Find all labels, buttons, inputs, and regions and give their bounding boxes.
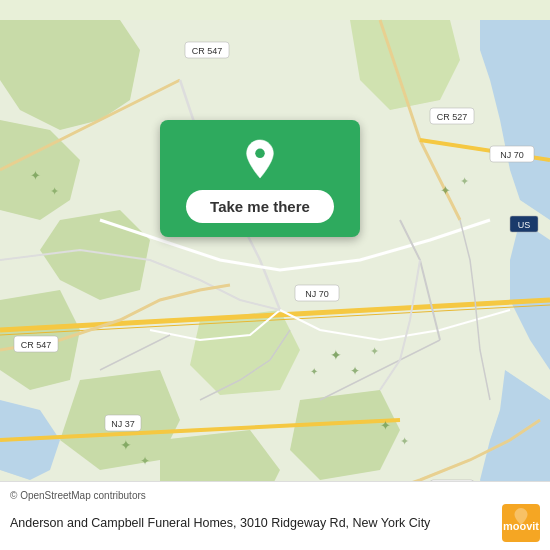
svg-text:✦: ✦ — [380, 418, 391, 433]
osm-credit: © OpenStreetMap contributors — [10, 490, 540, 501]
take-me-there-button[interactable]: Take me there — [186, 190, 334, 223]
svg-text:✦: ✦ — [140, 454, 150, 468]
svg-text:NJ 70: NJ 70 — [305, 289, 329, 299]
svg-text:NJ 70: NJ 70 — [500, 150, 524, 160]
svg-text:✦: ✦ — [30, 168, 41, 183]
bottom-bar: © OpenStreetMap contributors Anderson an… — [0, 481, 550, 550]
svg-text:✦: ✦ — [460, 175, 469, 187]
svg-text:✦: ✦ — [120, 437, 132, 453]
map-pin-icon — [242, 138, 278, 180]
bottom-content: © OpenStreetMap contributors Anderson an… — [10, 490, 540, 542]
svg-text:NJ 37: NJ 37 — [111, 419, 135, 429]
svg-text:US: US — [518, 220, 531, 230]
address-row: Anderson and Campbell Funeral Homes, 301… — [10, 504, 540, 542]
map-container: CR 547 CR 527 NJ 70 US NJ 70 NJ 37 CR 54… — [0, 0, 550, 550]
svg-text:✦: ✦ — [50, 185, 59, 197]
moovit-logo: moovit — [502, 504, 540, 542]
cta-card: Take me there — [160, 120, 360, 237]
map-background: CR 547 CR 527 NJ 70 US NJ 70 NJ 37 CR 54… — [0, 0, 550, 550]
svg-text:✦: ✦ — [310, 366, 318, 377]
moovit-logo-icon: moovit — [502, 504, 540, 542]
svg-text:✦: ✦ — [400, 435, 409, 447]
address-text: Anderson and Campbell Funeral Homes, 301… — [10, 516, 494, 530]
svg-text:✦: ✦ — [370, 345, 379, 357]
svg-text:CR 527: CR 527 — [437, 112, 468, 122]
svg-point-29 — [255, 149, 265, 159]
svg-text:CR 547: CR 547 — [21, 340, 52, 350]
svg-text:CR 547: CR 547 — [192, 46, 223, 56]
svg-text:✦: ✦ — [440, 183, 451, 198]
svg-text:✦: ✦ — [350, 364, 360, 378]
svg-text:✦: ✦ — [330, 347, 342, 363]
